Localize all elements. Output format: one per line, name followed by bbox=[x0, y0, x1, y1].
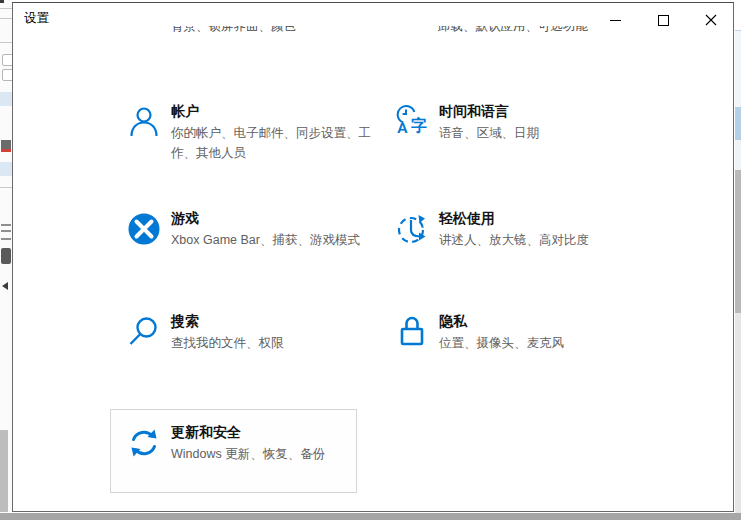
maximize-icon bbox=[658, 15, 669, 26]
background-app-right-sliver bbox=[735, 0, 741, 520]
close-icon bbox=[705, 14, 717, 26]
tile-subtitle: 查找我的文件、权限 bbox=[171, 333, 371, 353]
tile-subtitle: 讲述人、放大镜、高对比度 bbox=[439, 230, 639, 250]
background-fragment bbox=[0, 0, 4, 3]
tile-title: 搜索 bbox=[171, 312, 371, 331]
lock-icon bbox=[394, 314, 430, 350]
xbox-icon bbox=[126, 211, 162, 247]
person-icon bbox=[126, 104, 162, 140]
minimize-button[interactable] bbox=[597, 8, 633, 32]
tile-subtitle: Windows 更新、恢复、备份 bbox=[171, 444, 371, 464]
tile-accounts[interactable]: 帐户 你的帐户、电子邮件、同步设置、工作、其他人员 bbox=[126, 102, 378, 163]
tile-title: 游戏 bbox=[171, 209, 371, 228]
tile-title: 帐户 bbox=[171, 102, 371, 121]
background-arrow-fragment bbox=[2, 282, 8, 290]
tile-update-security[interactable]: 更新和安全 Windows 更新、恢复、备份 bbox=[126, 423, 378, 464]
tile-search[interactable]: 搜索 查找我的文件、权限 bbox=[126, 312, 378, 353]
svg-text:字: 字 bbox=[411, 116, 427, 134]
tile-privacy[interactable]: 隐私 位置、摄像头、麦克风 bbox=[394, 312, 646, 353]
close-button[interactable] bbox=[693, 8, 729, 32]
tile-subtitle: 语音、区域、日期 bbox=[439, 123, 639, 143]
tile-title: 隐私 bbox=[439, 312, 639, 331]
accessibility-icon bbox=[394, 211, 430, 247]
tile-gaming[interactable]: 游戏 Xbox Game Bar、捕获、游戏模式 bbox=[126, 209, 378, 250]
tile-title: 时间和语言 bbox=[439, 102, 639, 121]
minimize-icon bbox=[610, 20, 621, 21]
background-app-left-sliver bbox=[0, 0, 12, 520]
tile-title: 轻松使用 bbox=[439, 209, 639, 228]
tile-time-language[interactable]: A 字 时间和语言 语音、区域、日期 bbox=[394, 102, 646, 143]
tile-title: 更新和安全 bbox=[171, 423, 371, 442]
background-app-bottom-sliver bbox=[0, 513, 741, 520]
sync-icon bbox=[126, 425, 162, 461]
settings-window: 设置 背景、锁屏界面、颜色 卸载、默认应用、可选功能 帐户 你的帐户、电子邮件、… bbox=[12, 2, 734, 512]
clipped-personalization-subtitle: 背景、锁屏界面、颜色 bbox=[171, 26, 321, 37]
maximize-button[interactable] bbox=[645, 8, 681, 32]
svg-text:A: A bbox=[397, 119, 408, 136]
clock-language-icon: A 字 bbox=[394, 104, 430, 140]
background-toolbar-icon-fragment bbox=[1, 248, 11, 264]
search-icon bbox=[126, 314, 162, 350]
background-selection-fragment bbox=[0, 162, 12, 176]
clipped-apps-subtitle: 卸载、默认应用、可选功能 bbox=[438, 26, 598, 37]
background-selection-fragment bbox=[0, 92, 12, 106]
tile-subtitle: 你的帐户、电子邮件、同步设置、工作、其他人员 bbox=[171, 123, 371, 163]
background-panel-fragment bbox=[0, 430, 8, 512]
tile-ease-of-access[interactable]: 轻松使用 讲述人、放大镜、高对比度 bbox=[394, 209, 646, 250]
tile-subtitle: 位置、摄像头、麦克风 bbox=[439, 333, 639, 353]
background-toolbar-icon-fragment bbox=[1, 140, 11, 152]
window-title: 设置 bbox=[24, 10, 49, 26]
tile-subtitle: Xbox Game Bar、捕获、游戏模式 bbox=[171, 230, 371, 250]
